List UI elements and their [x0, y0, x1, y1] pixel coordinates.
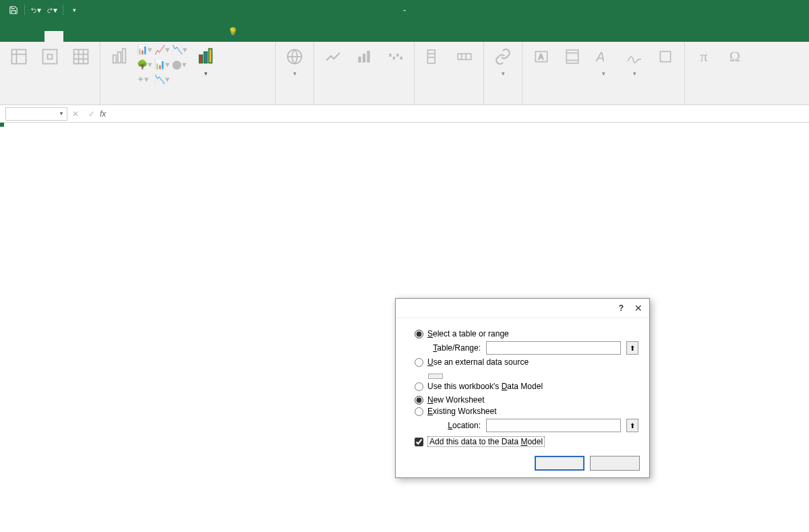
svg-text:A: A — [595, 49, 605, 64]
redo-icon[interactable]: ▾ — [47, 5, 57, 16]
svg-text:A: A — [539, 53, 544, 61]
tab-review[interactable] — [120, 31, 139, 42]
name-box[interactable]: ▼ — [5, 107, 67, 121]
pivotchart-button[interactable]: ▾ — [192, 45, 219, 78]
chart-gallery-item[interactable]: ⬤▾ — [172, 59, 188, 73]
tab-home[interactable] — [26, 31, 44, 42]
3dmap-button[interactable]: ▾ — [281, 45, 308, 78]
pivotchart-icon — [195, 46, 216, 67]
chart-gallery-item[interactable]: 📊▾ — [154, 59, 171, 73]
svg-rect-9 — [113, 55, 117, 63]
svg-rect-17 — [363, 54, 365, 63]
svg-rect-3 — [43, 50, 57, 64]
object-icon — [655, 46, 676, 67]
tab-data[interactable] — [101, 31, 120, 42]
label-table-range: Table/Range: — [428, 343, 481, 353]
tab-foxit-pdf[interactable] — [177, 31, 196, 42]
pivottable-button[interactable] — [5, 45, 32, 70]
sparkline-wl-icon — [384, 46, 406, 67]
pivottable-icon — [8, 46, 30, 67]
fx-icon[interactable]: fx — [100, 109, 106, 119]
location-input[interactable] — [486, 419, 621, 432]
group-label — [5, 102, 94, 105]
symbol-button[interactable]: Ω — [721, 45, 748, 70]
textbox-icon: A — [531, 46, 552, 67]
table-button[interactable] — [67, 45, 94, 70]
chart-gallery-item[interactable]: ✦▾ — [137, 74, 153, 88]
object-button[interactable] — [652, 45, 679, 70]
radio-data-model[interactable]: Use this workbook's Data Model — [415, 382, 640, 391]
label-location: Location: — [428, 421, 481, 430]
save-icon[interactable] — [8, 5, 19, 16]
customize-qat-icon[interactable]: ▾ — [69, 5, 80, 16]
tab-formulas[interactable] — [82, 31, 101, 42]
svg-rect-4 — [74, 50, 88, 64]
collapse-dialog-icon[interactable]: ⬆ — [626, 341, 638, 355]
headerfooter-button[interactable] — [559, 45, 586, 70]
link-button[interactable]: ▾ — [489, 45, 516, 78]
svg-rect-19 — [389, 54, 391, 57]
ribbon: 📊▾ 📈▾ 📉▾ 🌳▾ 📊▾ ⬤▾ ✦▾ 📉▾ ▾ ▾ — [0, 42, 809, 105]
table-range-input[interactable] — [486, 341, 621, 355]
omega-icon: Ω — [724, 46, 746, 67]
signature-button[interactable]: ▾ — [621, 45, 648, 78]
tab-view[interactable] — [139, 31, 158, 42]
tab-power-pivot[interactable] — [196, 31, 214, 42]
group-sparklines — [314, 42, 415, 105]
fill-handle[interactable] — [0, 123, 4, 127]
lightbulb-icon: 💡 — [228, 27, 238, 36]
signature-icon — [624, 46, 645, 67]
formula-input[interactable] — [111, 109, 809, 119]
group-label — [420, 102, 478, 105]
chart-gallery-item[interactable]: 📊▾ — [137, 45, 153, 58]
sparkline-line-button[interactable] — [320, 45, 347, 70]
tab-file[interactable] — [7, 31, 26, 42]
table-icon — [70, 46, 92, 67]
choose-connection-button — [428, 374, 443, 379]
tell-me[interactable]: 💡 — [228, 27, 242, 42]
group-charts: 📊▾ 📈▾ 📉▾ 🌳▾ 📊▾ ⬤▾ ✦▾ 📉▾ ▾ — [100, 42, 276, 105]
tab-insert[interactable] — [44, 31, 63, 42]
timeline-icon — [454, 46, 475, 67]
equation-button[interactable]: π — [690, 45, 717, 70]
radio-new-worksheet[interactable]: New Worksheet — [415, 395, 640, 405]
svg-rect-10 — [118, 52, 121, 63]
close-icon[interactable]: ✕ — [634, 303, 642, 314]
radio-existing-worksheet[interactable]: Existing Worksheet — [415, 407, 640, 416]
textbox-button[interactable]: A — [528, 45, 555, 70]
slicer-icon — [423, 46, 444, 67]
sparkline-column-button[interactable] — [351, 45, 378, 70]
chart-gallery-item[interactable]: 📈▾ — [154, 45, 171, 58]
recommended-pivottables-button[interactable] — [36, 45, 63, 70]
collapse-dialog-icon[interactable]: ⬆ — [626, 419, 638, 432]
quick-access-toolbar: ▾ ▾ ▾ — [0, 5, 80, 16]
tab-page-layout[interactable] — [63, 31, 82, 42]
chart-gallery-item[interactable]: 📉▾ — [154, 74, 171, 88]
group-tours: ▾ — [276, 42, 314, 105]
svg-rect-11 — [123, 49, 126, 63]
sparkline-winloss-button[interactable] — [382, 45, 409, 70]
ribbon-tabs: 💡 — [0, 20, 809, 42]
wordart-icon: A — [593, 46, 614, 67]
cancel-icon[interactable]: ✕ — [67, 109, 84, 119]
slicer-button[interactable] — [420, 45, 447, 70]
recommended-pivot-icon — [39, 46, 61, 67]
recommended-charts-button[interactable] — [106, 45, 133, 70]
ok-button[interactable] — [535, 456, 585, 471]
undo-icon[interactable]: ▾ — [30, 5, 41, 16]
help-icon[interactable]: ? — [619, 303, 624, 313]
chart-gallery-item[interactable]: 🌳▾ — [137, 59, 153, 73]
radio-select-range[interactable]: Select a table or range — [415, 329, 640, 338]
svg-rect-14 — [209, 49, 212, 63]
radio-external-source[interactable]: Use an external data source — [415, 357, 640, 367]
timeline-button[interactable] — [451, 45, 478, 70]
wordart-button[interactable]: A▾ — [590, 45, 617, 78]
svg-rect-18 — [367, 51, 369, 62]
chevron-down-icon[interactable]: ▼ — [59, 111, 64, 117]
tab-help[interactable] — [158, 31, 177, 42]
enter-icon[interactable]: ✓ — [84, 109, 100, 119]
group-filters — [415, 42, 484, 105]
checkbox-add-data-model[interactable]: Add this data to the Data Model — [415, 436, 640, 447]
cancel-button[interactable] — [590, 456, 640, 471]
chart-gallery-item[interactable]: 📉▾ — [172, 45, 188, 58]
